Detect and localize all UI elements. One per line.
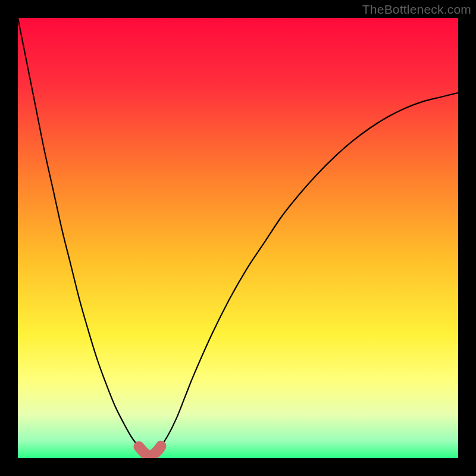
plot-area <box>18 18 458 458</box>
curve-layer <box>18 18 458 458</box>
chart-frame: TheBottleneck.com <box>0 0 476 476</box>
bottleneck-curve <box>18 18 458 456</box>
watermark-text: TheBottleneck.com <box>362 2 471 17</box>
bottleneck-curve-highlight <box>139 446 161 456</box>
